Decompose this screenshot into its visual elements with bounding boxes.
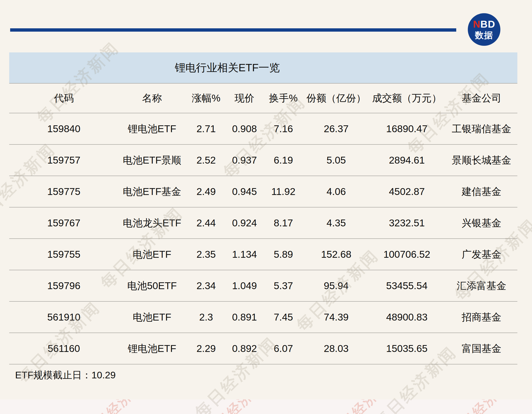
cell-company: 景顺长城基金 [446, 144, 517, 176]
cell-change-pct: 2.49 [186, 176, 227, 207]
cell-shares: 28.03 [304, 333, 368, 364]
header-divider-line [10, 28, 456, 32]
cell-code: 159840 [9, 113, 118, 144]
cell-price: 0.891 [227, 301, 262, 333]
cell-turnover-pct: 6.07 [262, 333, 304, 364]
logo-text-shuju: 数据 [475, 31, 493, 40]
column-header-shares: 份额（亿份） [304, 83, 368, 113]
cell-change-pct: 2.44 [186, 207, 227, 239]
cell-shares: 95.94 [304, 270, 368, 301]
watermark-pink-fragment: 每日经济新闻 [448, 399, 523, 414]
cell-price: 1.134 [227, 239, 262, 270]
cell-price: 0.908 [227, 113, 262, 144]
cell-code: 159755 [9, 239, 118, 270]
cell-company: 工银瑞信基金 [446, 113, 517, 144]
cell-turnover-pct: 5.89 [262, 239, 304, 270]
cell-code: 561910 [9, 301, 118, 333]
bottom-strip: 每日经济新闻每日经济新闻每日经济新闻每日经济新闻 [0, 399, 532, 414]
table-row: 159775电池ETF基金2.490.94511.924.064502.87建信… [9, 176, 517, 207]
cell-volume: 100706.52 [368, 239, 446, 270]
cell-volume: 3232.51 [368, 207, 446, 239]
cell-change-pct: 2.52 [186, 144, 227, 176]
cell-name: 电池ETF [118, 301, 186, 333]
table-row: 159755电池ETF2.351.1345.89152.68100706.52广… [9, 239, 517, 270]
table-row: 159767电池龙头ETF2.440.9248.174.353232.51兴银基… [9, 207, 517, 239]
etf-table: 代码名称涨幅%现价换手%份额（亿份）成交额（万元）基金公司 159840锂电池E… [9, 83, 517, 364]
cell-change-pct: 2.35 [186, 239, 227, 270]
column-header-turnover-pct: 换手% [262, 83, 304, 113]
cell-turnover-pct: 7.16 [262, 113, 304, 144]
cell-name: 电池ETF景顺 [118, 144, 186, 176]
logo-letters-bd: BD [480, 19, 495, 30]
cell-price: 0.892 [227, 333, 262, 364]
cell-code: 159757 [9, 144, 118, 176]
cell-code: 561160 [9, 333, 118, 364]
cell-change-pct: 2.3 [186, 301, 227, 333]
table-row: 561160锂电池ETF2.290.8926.0728.0315035.65富国… [9, 333, 517, 364]
column-header-volume: 成交额（万元） [368, 83, 446, 113]
table-row: 561910电池ETF2.30.8917.4574.3948900.83招商基金 [9, 301, 517, 333]
cell-change-pct: 2.29 [186, 333, 227, 364]
column-header-price: 现价 [227, 83, 262, 113]
table-row: 159757电池ETF景顺2.520.9376.195.052894.61景顺长… [9, 144, 517, 176]
nbd-logo: NBD 数据 [468, 13, 500, 46]
cell-turnover-pct: 8.17 [262, 207, 304, 239]
cell-volume: 16890.47 [368, 113, 446, 144]
infographic-page: NBD 数据 锂电行业相关ETF一览 代码名称涨幅%现价换手%份额（亿份）成交额… [0, 0, 532, 414]
column-header-change-pct: 涨幅% [186, 83, 227, 113]
table-title-bar: 锂电行业相关ETF一览 [9, 52, 517, 83]
cell-price: 0.924 [227, 207, 262, 239]
logo-letter-n: N [473, 19, 480, 30]
column-header-name: 名称 [118, 83, 186, 113]
cell-shares: 26.37 [304, 113, 368, 144]
header-row: 代码名称涨幅%现价换手%份额（亿份）成交额（万元）基金公司 [9, 83, 517, 113]
cell-volume: 15035.65 [368, 333, 446, 364]
cell-company: 汇添富基金 [446, 270, 517, 301]
cell-name: 电池ETF [118, 239, 186, 270]
cell-price: 0.937 [227, 144, 262, 176]
cell-shares: 4.06 [304, 176, 368, 207]
etf-table-body: 159840锂电池ETF2.710.9087.1626.3716890.47工银… [9, 113, 517, 364]
cell-volume: 53455.54 [368, 270, 446, 301]
cell-price: 0.945 [227, 176, 262, 207]
cell-shares: 5.05 [304, 144, 368, 176]
cell-name: 电池50ETF [118, 270, 186, 301]
cell-company: 广发基金 [446, 239, 517, 270]
cell-volume: 48900.83 [368, 301, 446, 333]
cell-shares: 74.39 [304, 301, 368, 333]
cell-code: 159767 [9, 207, 118, 239]
cell-company: 建信基金 [446, 176, 517, 207]
cell-turnover-pct: 6.19 [262, 144, 304, 176]
cell-turnover-pct: 5.37 [262, 270, 304, 301]
cell-company: 兴银基金 [446, 207, 517, 239]
watermark-pink-fragment: 每日经济新闻 [202, 399, 277, 414]
footer-note: ETF规模截止日：10.29 [15, 369, 116, 382]
cell-name: 锂电池ETF [118, 333, 186, 364]
table-title: 锂电行业相关ETF一览 [175, 61, 280, 75]
cell-price: 1.049 [227, 270, 262, 301]
cell-turnover-pct: 7.45 [262, 301, 304, 333]
etf-table-header: 代码名称涨幅%现价换手%份额（亿份）成交额（万元）基金公司 [9, 83, 517, 113]
cell-turnover-pct: 11.92 [262, 176, 304, 207]
column-header-company: 基金公司 [446, 83, 517, 113]
cell-shares: 152.68 [304, 239, 368, 270]
cell-volume: 2894.61 [368, 144, 446, 176]
watermark-pink-fragment: 每日经济新闻 [82, 399, 157, 414]
cell-shares: 4.35 [304, 207, 368, 239]
watermark-pink-fragment: 每日经济新闻 [328, 399, 402, 414]
cell-name: 电池ETF基金 [118, 176, 186, 207]
cell-name: 电池龙头ETF [118, 207, 186, 239]
column-header-code: 代码 [9, 83, 118, 113]
table-row: 159840锂电池ETF2.710.9087.1626.3716890.47工银… [9, 113, 517, 144]
cell-company: 招商基金 [446, 301, 517, 333]
logo-text-nbd: NBD [473, 19, 495, 29]
cell-change-pct: 2.71 [186, 113, 227, 144]
cell-code: 159796 [9, 270, 118, 301]
cell-company: 富国基金 [446, 333, 517, 364]
cell-code: 159775 [9, 176, 118, 207]
cell-change-pct: 2.34 [186, 270, 227, 301]
table-row: 159796电池50ETF2.341.0495.3795.9453455.54汇… [9, 270, 517, 301]
cell-name: 锂电池ETF [118, 113, 186, 144]
cell-volume: 4502.87 [368, 176, 446, 207]
